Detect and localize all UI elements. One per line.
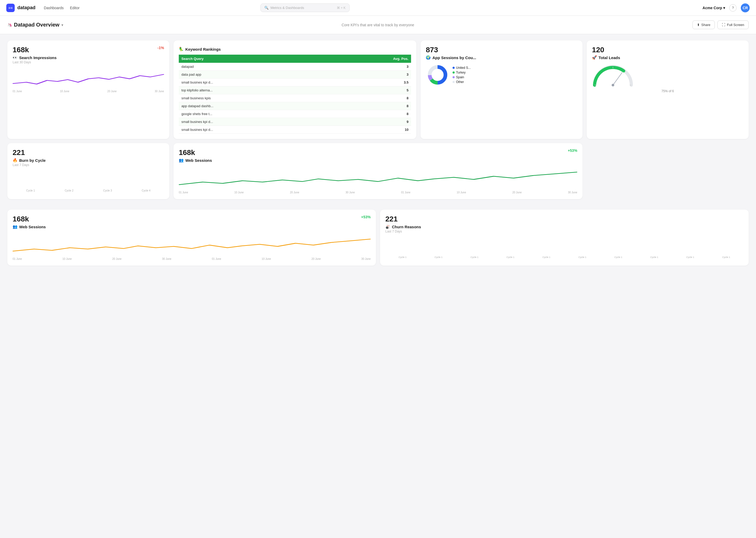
search-bar[interactable]: 🔍 Metrics & Dashboards ⌘ + K <box>260 3 350 12</box>
churn-bar-label: Cycle 1 <box>506 256 514 258</box>
nav-dashboards[interactable]: Dashboards <box>44 5 64 11</box>
churn-bar-group: Cycle 1 <box>637 255 672 258</box>
legend-item: Other <box>452 80 471 84</box>
burn-bar-label: Cycle 3 <box>103 189 112 192</box>
rocket-icon: 🚀 <box>592 55 597 60</box>
keyword-pos: 8 <box>328 94 411 102</box>
legend-dot <box>452 72 455 74</box>
keyword-pos: 8 <box>328 110 411 118</box>
burn-by-cycle-card: 221 🔥 Burn by Cycle Last 7 Days Cycle 1 … <box>7 143 169 199</box>
web-sessions-bottom-card: 168k +53% 👥 Web Sessions 01 June10 June2… <box>7 210 376 266</box>
search-impressions-chart: 01 June10 June20 June30 June <box>13 68 164 93</box>
search-impressions-axis: 01 June10 June20 June30 June <box>13 90 164 93</box>
share-button[interactable]: ⬆ Share <box>692 21 715 29</box>
burn-subtitle: Last 7 Days <box>13 163 164 167</box>
keyword-table-row: small busines kpi d...10 <box>179 126 411 134</box>
keyword-table-row: app datapad dashb...8 <box>179 102 411 110</box>
burn-bar-chart: Cycle 1 Cycle 2 Cycle 3 Cycle 4 <box>13 171 164 192</box>
churn-bar-group: Cycle 1 <box>493 255 528 258</box>
churn-bar-label: Cycle 1 <box>399 256 406 258</box>
nav-editor[interactable]: Editor <box>70 5 80 11</box>
legend-dot <box>452 67 455 69</box>
company-name[interactable]: Acme Corp ▾ <box>702 6 725 10</box>
chevron-down-icon: ▾ <box>723 6 725 10</box>
gauge-area: 75% of 6 <box>592 64 743 93</box>
legend-dot <box>452 76 455 78</box>
keyword-table-row: small business kpis8 <box>179 94 411 102</box>
churn-bar-label: Cycle 1 <box>686 256 694 258</box>
app-sessions-title: 🌍 App Sessions by Cou... <box>426 55 577 60</box>
search-impressions-title: 👀 Search Impressions <box>13 55 164 60</box>
keyword-rankings-title: 🦜 Keyword Rankings <box>179 47 411 51</box>
page-header: 🦄 Datapad Overview ▾ Core KPI's that are… <box>0 16 756 34</box>
churn-bar-group: Cycle 1 <box>385 255 420 258</box>
churn-value: 221 <box>385 215 398 223</box>
avatar[interactable]: CR <box>741 3 750 12</box>
keyword-table-row: google shets free t...8 <box>179 110 411 118</box>
keyword-query: google shets free t... <box>179 110 328 118</box>
page-subtitle: Core KPI's that are vital to track by ev… <box>63 23 692 27</box>
nav-links: Dashboards Editor <box>44 5 79 11</box>
legend-item: Turkey <box>452 71 471 74</box>
keyword-table-row: datapad3 <box>179 63 411 71</box>
search-impressions-card: 168k -1% 👀 Search Impressions Last 30 Da… <box>7 40 169 139</box>
search-impressions-subtitle: Last 30 Days <box>13 60 164 64</box>
web-sessions-mid-change: +53% <box>568 148 577 153</box>
churn-bar-group: Cycle 1 <box>601 255 636 258</box>
legend-label: Other <box>456 80 464 84</box>
keyword-query: small busines kpi d... <box>179 79 328 86</box>
churn-bar-group: Cycle 1 <box>457 255 492 258</box>
svg-point-5 <box>612 84 614 86</box>
search-impressions-value: 168k <box>13 46 29 54</box>
search-placeholder: Metrics & Dashboards <box>271 6 304 10</box>
keyword-query: small business kpis <box>179 94 328 102</box>
legend-item: Spain <box>452 76 471 79</box>
total-leads-title: 🚀 Total Leads <box>592 55 743 60</box>
legend-dot <box>452 81 455 83</box>
help-icon[interactable]: ? <box>729 4 736 12</box>
keyword-table-row: data pad app3 <box>179 71 411 79</box>
fire-icon: 🔥 <box>13 158 18 163</box>
kw-col-query: Search Query <box>179 55 328 63</box>
burn-bar-label: Cycle 4 <box>142 189 150 192</box>
churn-bar-label: Cycle 1 <box>722 256 730 258</box>
web-sessions-bottom-title: 👥 Web Sessions <box>13 224 371 229</box>
logo-area[interactable]: ≡≡ datapad <box>6 4 35 12</box>
card-header-row: 168k -1% <box>13 46 164 54</box>
app-sessions-card: 873 🌍 App Sessions by Cou... United S...… <box>420 40 583 139</box>
burn-bar-label: Cycle 2 <box>65 189 73 192</box>
web-sessions-mid-card: 168k +53% 👥 Web Sessions 01 June10 June2… <box>173 143 583 199</box>
donut-area: United S...TurkeySpainOther <box>426 63 577 87</box>
fullscreen-button[interactable]: ⛶ Full Screen <box>717 21 749 29</box>
dashboard-grid: 168k -1% 👀 Search Impressions Last 30 Da… <box>0 34 756 210</box>
churn-reasons-card: 221 🎳 Churn Reasons Last 7 Days Cycle 1 … <box>380 210 749 266</box>
burn-bar-label: Cycle 1 <box>26 189 35 192</box>
globe-icon: 🌍 <box>426 55 431 60</box>
legend-label: United S... <box>456 66 471 70</box>
keyword-query: datapad <box>179 63 328 71</box>
total-leads-card: 120 🚀 Total Leads 75% of 6 <box>587 40 749 139</box>
logo-text: datapad <box>17 5 35 11</box>
navbar: ≡≡ datapad Dashboards Editor 🔍 Metrics &… <box>0 0 756 16</box>
churn-bar-label: Cycle 1 <box>542 256 550 258</box>
burn-title: 🔥 Burn by Cycle <box>13 158 164 163</box>
web-sessions-bottom-change: +53% <box>361 215 371 219</box>
burn-bar-group: Cycle 4 <box>128 188 164 192</box>
chevron-down-icon[interactable]: ▾ <box>62 23 63 27</box>
churn-bar-group: Cycle 1 <box>709 255 743 258</box>
web-sessions-mid-title: 👥 Web Sessions <box>179 158 577 163</box>
churn-bar-label: Cycle 1 <box>435 256 442 258</box>
search-icon: 🔍 <box>264 6 268 10</box>
nav-right: Acme Corp ▾ ? CR <box>702 3 750 12</box>
keyword-query: small busines kpi d... <box>179 126 328 134</box>
burn-bar-group: Cycle 1 <box>13 188 49 192</box>
churn-bar-group: Cycle 1 <box>421 255 456 258</box>
keyword-pos: 9 <box>328 118 411 126</box>
churn-bar-group: Cycle 1 <box>529 255 564 258</box>
keyword-table: Search Query Avg. Pos. datapad3data pad … <box>179 55 411 134</box>
binoculars-icon: 👀 <box>13 55 18 60</box>
burn-bar-group: Cycle 3 <box>89 188 125 192</box>
keyword-query: small busines kpi d... <box>179 118 328 126</box>
keyword-table-row: small busines kpi d...3.5 <box>179 79 411 86</box>
page-title-area: 🦄 Datapad Overview ▾ <box>7 22 63 28</box>
